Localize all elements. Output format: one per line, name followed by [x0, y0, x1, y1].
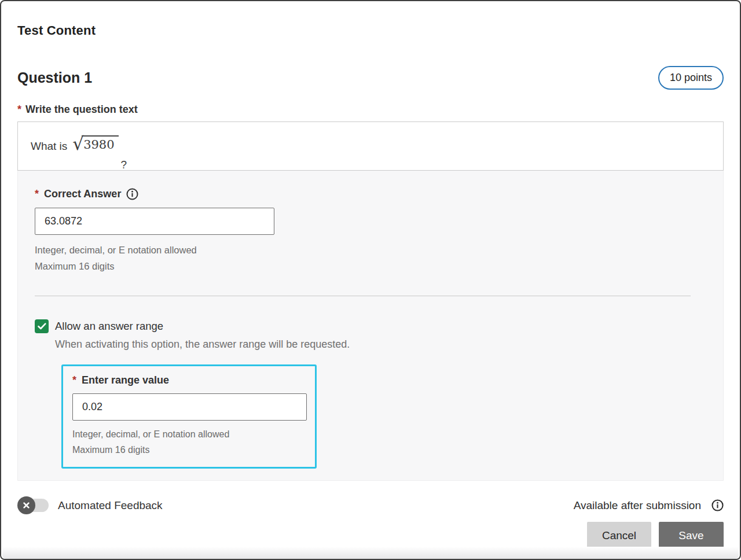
range-value-input[interactable] — [72, 393, 307, 421]
question-text-suffix: ? — [121, 159, 127, 171]
helper-line: Integer, decimal, or E notation allowed — [35, 242, 707, 258]
question-text-editor[interactable]: What is √3980 ? — [17, 121, 724, 171]
correct-answer-label: * Correct Answer — [35, 188, 707, 200]
question-text-label: * Write the question text — [17, 104, 724, 116]
question-header: Question 1 10 points — [17, 66, 724, 90]
required-asterisk: * — [17, 104, 21, 116]
availability-label: Available after submission — [574, 499, 701, 512]
automated-feedback-toggle[interactable] — [17, 496, 49, 514]
section-divider — [35, 296, 691, 296]
question-text-prefix: What is — [31, 140, 67, 153]
page-title: Test Content — [17, 23, 724, 38]
answer-range-description: When activating this option, the answer … — [55, 338, 707, 351]
question-text-label-text: Write the question text — [25, 104, 138, 116]
correct-answer-input[interactable] — [35, 208, 274, 235]
range-value-highlight-box: * Enter range value Integer, decimal, or… — [61, 364, 317, 469]
save-button[interactable]: Save — [659, 522, 724, 550]
feedback-row: Automated Feedback Available after submi… — [17, 496, 724, 514]
correct-answer-helper: Integer, decimal, or E notation allowed … — [35, 242, 707, 274]
points-badge[interactable]: 10 points — [658, 66, 724, 90]
cancel-button[interactable]: Cancel — [587, 522, 651, 550]
action-buttons: Cancel Save — [17, 522, 724, 550]
range-value-helper: Integer, decimal, or E notation allowed … — [72, 426, 307, 458]
square-root-expression: √3980 — [72, 135, 118, 153]
helper-line: Maximum 16 digits — [35, 258, 707, 274]
helper-line: Maximum 16 digits — [72, 442, 307, 458]
info-icon[interactable] — [126, 188, 138, 200]
test-content-dialog: Test Content Question 1 10 points * Writ… — [0, 0, 741, 560]
allow-answer-range-checkbox[interactable] — [35, 319, 49, 333]
range-value-label-text: Enter range value — [82, 374, 169, 386]
info-icon[interactable] — [711, 499, 724, 511]
correct-answer-label-text: Correct Answer — [44, 188, 121, 200]
allow-answer-range-row[interactable]: Allow an answer range — [35, 319, 707, 333]
answer-settings-panel: * Correct Answer Integer, decimal, or E … — [17, 171, 724, 481]
check-icon — [38, 323, 46, 330]
question-title: Question 1 — [17, 69, 92, 86]
automated-feedback-label: Automated Feedback — [58, 499, 163, 512]
toggle-knob — [17, 496, 35, 514]
x-icon — [23, 502, 30, 509]
helper-line: Integer, decimal, or E notation allowed — [72, 426, 307, 442]
required-asterisk: * — [35, 188, 39, 200]
range-value-label: * Enter range value — [72, 374, 307, 386]
required-asterisk: * — [72, 374, 76, 386]
radicand: 3980 — [82, 135, 118, 152]
allow-answer-range-label: Allow an answer range — [55, 320, 163, 333]
